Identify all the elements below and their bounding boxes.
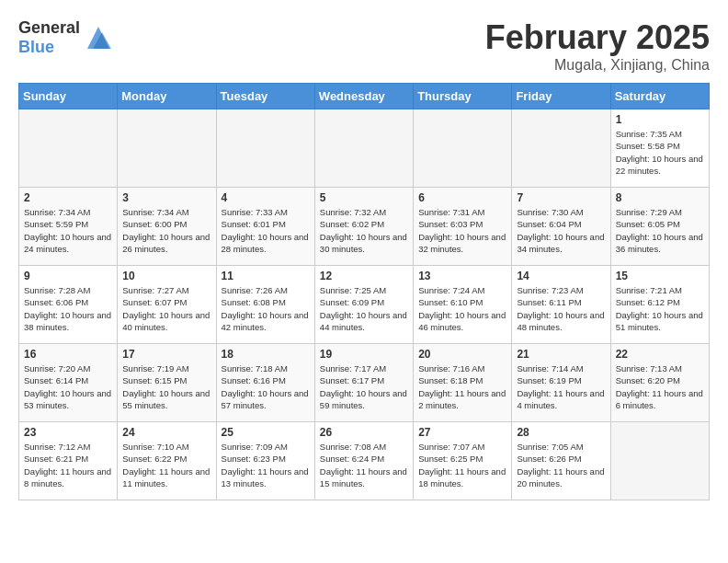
calendar-cell: 24Sunrise: 7:10 AM Sunset: 6:22 PM Dayli… <box>118 422 216 500</box>
calendar-cell: 2Sunrise: 7:34 AM Sunset: 5:59 PM Daylig… <box>19 188 118 266</box>
month-title: February 2025 <box>485 18 710 57</box>
weekday-header-saturday: Saturday <box>610 84 709 109</box>
day-info: Sunrise: 7:08 AM Sunset: 6:24 PM Dayligh… <box>320 441 408 489</box>
weekday-header-thursday: Thursday <box>414 84 512 109</box>
week-row-2: 2Sunrise: 7:34 AM Sunset: 5:59 PM Daylig… <box>19 188 710 266</box>
day-number: 25 <box>222 426 310 439</box>
calendar-cell: 13Sunrise: 7:24 AM Sunset: 6:10 PM Dayli… <box>414 266 512 344</box>
day-info: Sunrise: 7:07 AM Sunset: 6:25 PM Dayligh… <box>418 441 506 489</box>
day-info: Sunrise: 7:29 AM Sunset: 6:05 PM Dayligh… <box>616 206 704 255</box>
day-info: Sunrise: 7:33 AM Sunset: 6:01 PM Dayligh… <box>222 206 310 255</box>
day-info: Sunrise: 7:26 AM Sunset: 6:08 PM Dayligh… <box>222 284 310 333</box>
day-info: Sunrise: 7:25 AM Sunset: 6:09 PM Dayligh… <box>320 284 408 333</box>
calendar-cell: 10Sunrise: 7:27 AM Sunset: 6:07 PM Dayli… <box>118 266 216 344</box>
title-block: February 2025 Mugala, Xinjiang, China <box>485 18 710 74</box>
day-number: 21 <box>517 348 605 361</box>
day-number: 20 <box>418 348 506 361</box>
weekday-header-monday: Monday <box>118 84 216 109</box>
day-number: 19 <box>320 348 408 361</box>
calendar-cell: 5Sunrise: 7:32 AM Sunset: 6:02 PM Daylig… <box>314 188 413 266</box>
day-number: 23 <box>24 426 112 439</box>
day-info: Sunrise: 7:34 AM Sunset: 5:59 PM Dayligh… <box>24 206 112 255</box>
day-info: Sunrise: 7:14 AM Sunset: 6:19 PM Dayligh… <box>517 362 605 411</box>
page-header: General Blue February 2025 Mugala, Xinji… <box>18 18 710 74</box>
calendar-cell: 20Sunrise: 7:16 AM Sunset: 6:18 PM Dayli… <box>414 344 512 422</box>
day-number: 4 <box>222 191 310 204</box>
weekday-header-wednesday: Wednesday <box>314 84 413 109</box>
calendar-cell <box>512 109 610 188</box>
calendar-cell <box>216 109 314 188</box>
day-number: 28 <box>517 426 605 439</box>
week-row-1: 1Sunrise: 7:35 AM Sunset: 5:58 PM Daylig… <box>19 109 710 188</box>
calendar-cell: 9Sunrise: 7:28 AM Sunset: 6:06 PM Daylig… <box>19 266 118 344</box>
day-info: Sunrise: 7:13 AM Sunset: 6:20 PM Dayligh… <box>616 362 704 411</box>
day-info: Sunrise: 7:23 AM Sunset: 6:11 PM Dayligh… <box>517 284 605 333</box>
logo-icon <box>84 23 113 52</box>
calendar-cell: 19Sunrise: 7:17 AM Sunset: 6:17 PM Dayli… <box>314 344 413 422</box>
calendar-cell: 25Sunrise: 7:09 AM Sunset: 6:23 PM Dayli… <box>216 422 314 500</box>
calendar-cell: 12Sunrise: 7:25 AM Sunset: 6:09 PM Dayli… <box>314 266 413 344</box>
day-info: Sunrise: 7:30 AM Sunset: 6:04 PM Dayligh… <box>517 206 605 255</box>
calendar-cell: 15Sunrise: 7:21 AM Sunset: 6:12 PM Dayli… <box>610 266 709 344</box>
day-info: Sunrise: 7:20 AM Sunset: 6:14 PM Dayligh… <box>24 362 112 411</box>
day-number: 14 <box>517 270 605 282</box>
location-title: Mugala, Xinjiang, China <box>485 57 710 74</box>
day-number: 3 <box>122 191 210 204</box>
day-info: Sunrise: 7:12 AM Sunset: 6:21 PM Dayligh… <box>24 441 112 489</box>
calendar-cell: 4Sunrise: 7:33 AM Sunset: 6:01 PM Daylig… <box>216 188 314 266</box>
day-number: 1 <box>616 113 704 126</box>
weekday-header-tuesday: Tuesday <box>216 84 314 109</box>
weekday-header-friday: Friday <box>512 84 610 109</box>
calendar-cell <box>19 109 118 188</box>
calendar-cell: 7Sunrise: 7:30 AM Sunset: 6:04 PM Daylig… <box>512 188 610 266</box>
day-number: 17 <box>122 348 210 361</box>
calendar-cell: 1Sunrise: 7:35 AM Sunset: 5:58 PM Daylig… <box>610 109 709 188</box>
calendar-cell: 23Sunrise: 7:12 AM Sunset: 6:21 PM Dayli… <box>19 422 118 500</box>
day-info: Sunrise: 7:32 AM Sunset: 6:02 PM Dayligh… <box>320 206 408 255</box>
calendar-cell <box>414 109 512 188</box>
day-number: 7 <box>517 191 605 204</box>
calendar-cell: 18Sunrise: 7:18 AM Sunset: 6:16 PM Dayli… <box>216 344 314 422</box>
day-number: 27 <box>418 426 506 439</box>
day-info: Sunrise: 7:16 AM Sunset: 6:18 PM Dayligh… <box>418 362 506 411</box>
day-number: 6 <box>418 191 506 204</box>
week-row-5: 23Sunrise: 7:12 AM Sunset: 6:21 PM Dayli… <box>19 422 710 500</box>
calendar-cell <box>314 109 413 188</box>
logo-blue: Blue <box>18 38 54 56</box>
day-number: 10 <box>122 270 210 282</box>
calendar-cell: 8Sunrise: 7:29 AM Sunset: 6:05 PM Daylig… <box>610 188 709 266</box>
calendar-cell: 16Sunrise: 7:20 AM Sunset: 6:14 PM Dayli… <box>19 344 118 422</box>
day-info: Sunrise: 7:35 AM Sunset: 5:58 PM Dayligh… <box>616 128 704 177</box>
day-number: 16 <box>24 348 112 361</box>
week-row-3: 9Sunrise: 7:28 AM Sunset: 6:06 PM Daylig… <box>19 266 710 344</box>
day-info: Sunrise: 7:19 AM Sunset: 6:15 PM Dayligh… <box>122 362 210 411</box>
day-info: Sunrise: 7:21 AM Sunset: 6:12 PM Dayligh… <box>616 284 704 333</box>
day-number: 12 <box>320 270 408 282</box>
weekday-header-row: SundayMondayTuesdayWednesdayThursdayFrid… <box>19 84 710 109</box>
day-info: Sunrise: 7:31 AM Sunset: 6:03 PM Dayligh… <box>418 206 506 255</box>
calendar-cell: 3Sunrise: 7:34 AM Sunset: 6:00 PM Daylig… <box>118 188 216 266</box>
calendar-cell: 6Sunrise: 7:31 AM Sunset: 6:03 PM Daylig… <box>414 188 512 266</box>
day-info: Sunrise: 7:10 AM Sunset: 6:22 PM Dayligh… <box>122 441 210 489</box>
calendar-cell <box>610 422 709 500</box>
calendar-cell <box>118 109 216 188</box>
calendar-table: SundayMondayTuesdayWednesdayThursdayFrid… <box>18 83 710 500</box>
day-info: Sunrise: 7:05 AM Sunset: 6:26 PM Dayligh… <box>517 441 605 489</box>
calendar-cell: 21Sunrise: 7:14 AM Sunset: 6:19 PM Dayli… <box>512 344 610 422</box>
day-number: 8 <box>616 191 704 204</box>
calendar-cell: 11Sunrise: 7:26 AM Sunset: 6:08 PM Dayli… <box>216 266 314 344</box>
day-info: Sunrise: 7:27 AM Sunset: 6:07 PM Dayligh… <box>122 284 210 333</box>
weekday-header-sunday: Sunday <box>19 84 118 109</box>
logo-general: General <box>18 18 80 37</box>
calendar-cell: 27Sunrise: 7:07 AM Sunset: 6:25 PM Dayli… <box>414 422 512 500</box>
day-number: 5 <box>320 191 408 204</box>
day-number: 13 <box>418 270 506 282</box>
day-number: 18 <box>222 348 310 361</box>
day-number: 24 <box>122 426 210 439</box>
logo: General Blue <box>18 18 113 57</box>
day-info: Sunrise: 7:28 AM Sunset: 6:06 PM Dayligh… <box>24 284 112 333</box>
calendar-cell: 17Sunrise: 7:19 AM Sunset: 6:15 PM Dayli… <box>118 344 216 422</box>
logo-text: General Blue <box>18 18 80 57</box>
day-number: 15 <box>616 270 704 282</box>
day-number: 11 <box>222 270 310 282</box>
